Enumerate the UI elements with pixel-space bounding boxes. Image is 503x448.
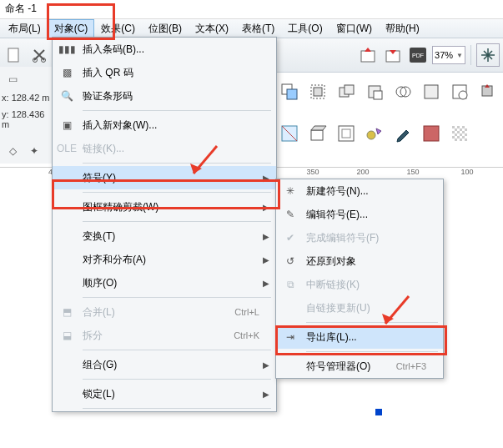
trim-icon[interactable] xyxy=(361,78,388,105)
menu-tools[interactable]: 工具(O) xyxy=(281,19,329,38)
shape-a-icon[interactable] xyxy=(446,78,473,105)
svg-rect-17 xyxy=(425,85,438,98)
coord-y: y: 128.436 m xyxy=(0,108,52,125)
submenu-break-link: ⧉中断链接(K) xyxy=(276,273,443,296)
combine-icon: ⬒ xyxy=(53,306,81,318)
submenu-arrow-icon: ▶ xyxy=(263,279,269,288)
left-panel: ▭ x: 128.42 m y: 128.436 m ◇ ✦ xyxy=(0,67,52,164)
qrcode-icon: ▩ xyxy=(53,67,81,78)
menu-group[interactable]: 组合(G)▶ xyxy=(53,353,276,376)
menu-window[interactable]: 窗口(W) xyxy=(329,19,379,38)
toolbar-sep xyxy=(470,45,471,65)
contour-icon[interactable] xyxy=(333,120,360,147)
fill-icon[interactable] xyxy=(418,120,445,147)
submenu-update-link: 自链接更新(U) xyxy=(276,296,443,320)
menu-help[interactable]: 帮助(H) xyxy=(379,19,426,38)
menu-sep xyxy=(83,350,271,350)
menu-combine: ⬒合并(L)Ctrl+L xyxy=(53,300,276,324)
menu-sep xyxy=(306,322,438,323)
submenu-arrow-icon: ▶ xyxy=(263,360,269,370)
symbol-submenu: ✳新建符号(N)... ✎编辑符号(E)... ✔完成编辑符号(F) ↺还原到对… xyxy=(275,179,444,379)
submenu-arrow-icon: ▶ xyxy=(263,174,269,183)
canvas-object[interactable] xyxy=(375,409,382,415)
transparency-icon[interactable] xyxy=(446,120,473,147)
group-icon[interactable] xyxy=(304,78,331,105)
svg-rect-10 xyxy=(314,88,322,96)
barcode-icon: ▮▮▮ xyxy=(53,43,81,55)
submenu-arrow-icon: ▶ xyxy=(263,255,269,264)
menu-link: OLE链接(K)... xyxy=(53,137,276,160)
window-title: 命名 -1 xyxy=(5,3,37,14)
new-doc-icon[interactable] xyxy=(3,44,25,66)
menu-effects[interactable]: 效果(C) xyxy=(94,19,142,38)
split-icon: ⬓ xyxy=(53,330,81,341)
svg-rect-26 xyxy=(424,126,439,141)
svg-rect-14 xyxy=(374,91,382,99)
menu-object[interactable]: 对象(C) xyxy=(48,19,95,38)
menu-sep xyxy=(83,192,271,193)
menu-verify-barcode[interactable]: 🔍验证条形码 xyxy=(53,84,276,108)
menu-sep xyxy=(83,163,271,164)
shape-tool-icon[interactable]: ◇ xyxy=(3,142,22,160)
verify-icon: 🔍 xyxy=(53,90,81,102)
finish-symbol-icon: ✔ xyxy=(276,232,304,244)
simplify-icon[interactable] xyxy=(418,78,445,105)
pdf-icon[interactable]: PDF xyxy=(407,44,429,66)
shape-b-icon[interactable] xyxy=(475,78,501,105)
submenu-new-symbol[interactable]: ✳新建符号(N)... xyxy=(276,179,443,203)
menu-transform[interactable]: 变换(T)▶ xyxy=(53,224,276,248)
eyedropper-icon[interactable] xyxy=(390,120,416,147)
menu-sep xyxy=(306,351,438,352)
submenu-arrow-icon: ▶ xyxy=(263,390,269,399)
rect-tool-icon[interactable]: ▭ xyxy=(3,70,22,88)
menu-text[interactable]: 文本(X) xyxy=(189,19,235,38)
export-icon[interactable] xyxy=(382,44,404,66)
svg-point-16 xyxy=(400,87,410,97)
menu-powerclip[interactable]: 图框精确剪裁(W)▶ xyxy=(53,195,276,219)
menu-insert-new-obj[interactable]: ▣插入新对象(W)... xyxy=(53,113,276,137)
new-symbol-icon: ✳ xyxy=(276,185,304,197)
menubar: 布局(L) 对象(C) 效果(C) 位图(B) 文本(X) 表格(T) 工具(O… xyxy=(0,19,503,38)
menu-table[interactable]: 表格(T) xyxy=(235,19,281,38)
menu-layout[interactable]: 布局(L) xyxy=(2,19,48,38)
submenu-edit-symbol[interactable]: ✎编辑符号(E)... xyxy=(276,203,443,226)
zoom-combo[interactable]: 37%▼ xyxy=(432,46,465,64)
menu-order[interactable]: 顺序(O)▶ xyxy=(53,271,276,294)
menu-lock[interactable]: 锁定(L)▶ xyxy=(53,382,276,405)
edit-symbol-icon: ✎ xyxy=(276,209,304,220)
submenu-export-library[interactable]: ⇥导出库(L)... xyxy=(276,325,443,349)
blend-icon[interactable] xyxy=(361,120,388,147)
menu-sep xyxy=(83,110,271,111)
menu-align-distribute[interactable]: 对齐和分布(A)▶ xyxy=(53,248,276,271)
chevron-down-icon: ▼ xyxy=(453,52,463,59)
break-link-icon: ⧉ xyxy=(276,279,304,290)
node-tool-icon[interactable]: ✦ xyxy=(25,142,43,160)
pan-icon[interactable] xyxy=(476,43,500,67)
menu-bitmap[interactable]: 位图(B) xyxy=(142,19,189,38)
align-obj-icon[interactable] xyxy=(276,78,303,105)
menu-insert-qr[interactable]: ▩插入 QR 码 xyxy=(53,61,276,84)
svg-rect-0 xyxy=(8,48,18,62)
envelope-icon[interactable] xyxy=(276,120,303,147)
zoom-value: 37% xyxy=(435,50,453,60)
extrude-icon[interactable] xyxy=(304,120,331,147)
svg-rect-8 xyxy=(287,89,297,99)
toolbar-secondary xyxy=(276,77,501,148)
intersect-icon[interactable] xyxy=(390,78,416,105)
cut-icon[interactable] xyxy=(28,44,50,66)
import-icon[interactable] xyxy=(357,44,379,66)
menu-sep xyxy=(83,408,271,409)
svg-rect-3 xyxy=(361,51,375,62)
submenu-revert-obj[interactable]: ↺还原到对象 xyxy=(276,249,443,273)
title-bar: 命名 -1 xyxy=(0,0,503,19)
menu-symbol[interactable]: 符号(Y)▶ xyxy=(53,166,276,189)
object-menu-dropdown: ▮▮▮插入条码(B)... ▩插入 QR 码 🔍验证条形码 ▣插入新对象(W).… xyxy=(52,37,277,412)
export-lib-icon: ⇥ xyxy=(276,331,304,343)
menu-insert-barcode[interactable]: ▮▮▮插入条码(B)... xyxy=(53,38,276,61)
submenu-symbol-manager[interactable]: 符号管理器(O)Ctrl+F3 xyxy=(276,355,443,378)
submenu-arrow-icon: ▶ xyxy=(263,203,269,212)
revert-icon: ↺ xyxy=(276,255,304,267)
weld-icon[interactable] xyxy=(333,78,360,105)
svg-text:PDF: PDF xyxy=(412,53,424,58)
svg-rect-12 xyxy=(345,85,354,94)
